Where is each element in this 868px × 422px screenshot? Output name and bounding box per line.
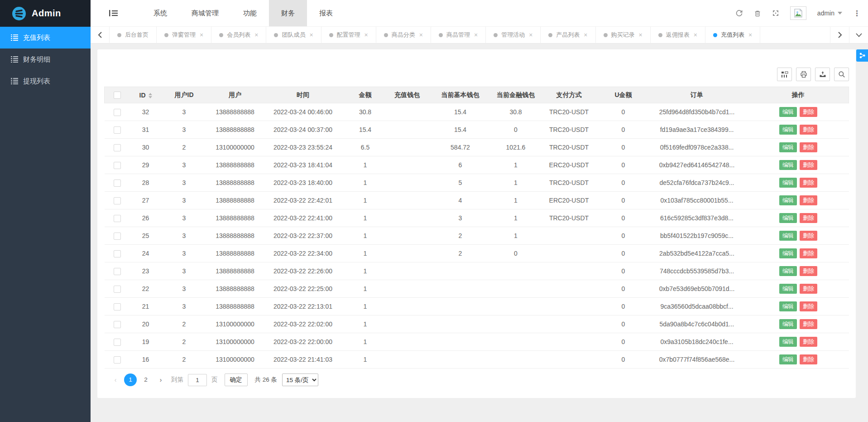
edit-button[interactable]: 编辑 xyxy=(779,160,797,170)
search-button[interactable] xyxy=(834,68,849,81)
delete-button[interactable]: 删除 xyxy=(800,354,817,364)
row-checkbox[interactable] xyxy=(114,179,121,187)
refresh-icon[interactable] xyxy=(735,10,743,17)
edit-button[interactable]: 编辑 xyxy=(779,248,797,258)
theme-share-button[interactable] xyxy=(856,49,868,62)
tab-item[interactable]: 配置管理 × xyxy=(321,27,376,43)
delete-button[interactable]: 删除 xyxy=(800,301,817,311)
edit-button[interactable]: 编辑 xyxy=(779,142,797,152)
tab-item[interactable]: 产品列表 × xyxy=(541,27,595,43)
delete-button[interactable]: 删除 xyxy=(800,337,817,347)
edit-button[interactable]: 编辑 xyxy=(779,107,797,117)
delete-button[interactable]: 删除 xyxy=(800,266,817,276)
tab-close-icon[interactable]: × xyxy=(529,31,532,39)
delete-button[interactable]: 删除 xyxy=(800,125,817,135)
delete-button[interactable]: 删除 xyxy=(800,107,817,117)
tab-item[interactable]: 购买记录 × xyxy=(596,27,651,43)
edit-button[interactable]: 编辑 xyxy=(779,195,797,205)
tab-close-icon[interactable]: × xyxy=(254,31,258,39)
tab-item[interactable]: 商品分类 × xyxy=(376,27,431,43)
tab-item[interactable]: 商品管理 × xyxy=(431,27,486,43)
page-number[interactable]: 2 xyxy=(139,373,152,386)
top-nav-item[interactable]: 商城管理 xyxy=(179,0,231,26)
top-nav-item[interactable]: 报表 xyxy=(307,0,345,26)
page-prev-icon[interactable]: ‹ xyxy=(110,376,121,383)
row-checkbox[interactable] xyxy=(114,144,121,151)
sidebar-item[interactable]: 财务明细 xyxy=(0,49,91,70)
row-checkbox[interactable] xyxy=(114,356,121,364)
tab-item[interactable]: 弹窗管理 × xyxy=(157,27,211,43)
edit-button[interactable]: 编辑 xyxy=(779,319,797,329)
edit-button[interactable]: 编辑 xyxy=(779,284,797,294)
row-checkbox[interactable] xyxy=(114,286,121,293)
page-number[interactable]: 1 xyxy=(124,373,137,386)
row-checkbox[interactable] xyxy=(114,215,121,222)
tab-close-icon[interactable]: × xyxy=(748,31,752,39)
tabs-scroll-right[interactable] xyxy=(830,27,849,43)
print-button[interactable] xyxy=(796,68,811,81)
delete-button[interactable]: 删除 xyxy=(800,195,817,205)
tab-close-icon[interactable]: × xyxy=(200,31,203,39)
tab-item[interactable]: 返佣报表 × xyxy=(651,27,705,43)
top-nav-item[interactable]: 功能 xyxy=(231,0,269,26)
tab-item[interactable]: 充值列表 × xyxy=(705,27,760,43)
edit-button[interactable]: 编辑 xyxy=(779,231,797,241)
tab-close-icon[interactable]: × xyxy=(694,31,697,39)
goto-confirm-button[interactable]: 确定 xyxy=(225,373,248,386)
column-header-id[interactable]: ID xyxy=(130,87,162,103)
delete-button[interactable]: 删除 xyxy=(800,231,817,241)
columns-toggle-button[interactable] xyxy=(777,68,792,81)
edit-button[interactable]: 编辑 xyxy=(779,213,797,223)
page-size-select[interactable]: 15 条/页 xyxy=(282,373,318,386)
user-menu[interactable]: admin xyxy=(817,10,842,17)
edit-button[interactable]: 编辑 xyxy=(779,301,797,311)
row-checkbox[interactable] xyxy=(114,233,121,240)
row-checkbox[interactable] xyxy=(114,126,121,134)
row-checkbox[interactable] xyxy=(114,109,121,116)
more-menu-icon[interactable]: ⋮ xyxy=(853,9,861,18)
tab-close-icon[interactable]: × xyxy=(364,31,368,39)
sort-icon[interactable] xyxy=(149,93,152,98)
row-checkbox[interactable] xyxy=(114,162,121,169)
edit-button[interactable]: 编辑 xyxy=(779,354,797,364)
tab-close-icon[interactable]: × xyxy=(474,31,478,39)
edit-button[interactable]: 编辑 xyxy=(779,266,797,276)
sidebar-toggle-icon[interactable] xyxy=(104,0,122,26)
tab-item[interactable]: 会员列表 × xyxy=(211,27,266,43)
row-checkbox[interactable] xyxy=(114,250,121,257)
select-all-checkbox[interactable] xyxy=(114,92,121,99)
delete-button[interactable]: 删除 xyxy=(800,284,817,294)
tabs-scroll-left[interactable] xyxy=(91,27,110,43)
tab-close-icon[interactable]: × xyxy=(584,31,587,39)
row-checkbox[interactable] xyxy=(114,339,121,346)
export-button[interactable] xyxy=(815,68,830,81)
row-checkbox[interactable] xyxy=(114,321,121,328)
row-checkbox[interactable] xyxy=(114,268,121,275)
delete-button[interactable]: 删除 xyxy=(800,178,817,188)
tab-close-icon[interactable]: × xyxy=(639,31,643,39)
sidebar-item[interactable]: 提现列表 xyxy=(0,70,91,92)
fullscreen-icon[interactable] xyxy=(772,10,779,17)
avatar[interactable] xyxy=(790,6,806,20)
tab-item[interactable]: 管理活动 × xyxy=(486,27,541,43)
top-nav-item[interactable]: 财务 xyxy=(269,0,307,26)
tab-close-icon[interactable]: × xyxy=(419,31,423,39)
edit-button[interactable]: 编辑 xyxy=(779,337,797,347)
edit-button[interactable]: 编辑 xyxy=(779,125,797,135)
edit-button[interactable]: 编辑 xyxy=(779,178,797,188)
trash-icon[interactable] xyxy=(754,10,761,17)
tab-item[interactable]: 后台首页 xyxy=(110,27,157,43)
top-nav-item[interactable]: 系统 xyxy=(141,0,179,26)
sidebar-item[interactable]: 充值列表 xyxy=(0,27,91,49)
row-checkbox[interactable] xyxy=(114,303,121,310)
page-next-icon[interactable]: › xyxy=(155,376,167,383)
row-checkbox[interactable] xyxy=(114,197,121,204)
delete-button[interactable]: 删除 xyxy=(800,160,817,170)
delete-button[interactable]: 删除 xyxy=(800,142,817,152)
goto-page-input[interactable] xyxy=(188,374,207,386)
delete-button[interactable]: 删除 xyxy=(800,319,817,329)
delete-button[interactable]: 删除 xyxy=(800,213,817,223)
delete-button[interactable]: 删除 xyxy=(800,248,817,258)
tab-close-icon[interactable]: × xyxy=(309,31,313,39)
tabs-dropdown-icon[interactable] xyxy=(849,27,868,43)
